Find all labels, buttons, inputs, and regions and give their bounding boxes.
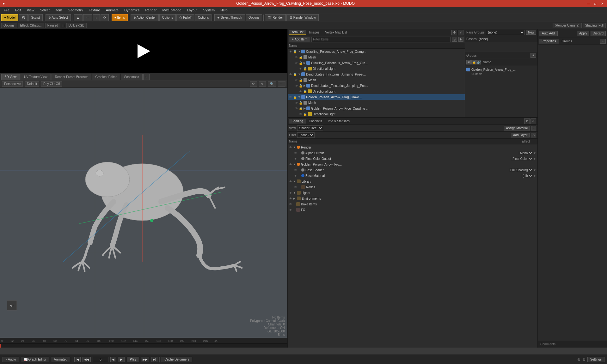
settings-button[interactable]: Settings: [587, 357, 604, 362]
forward-button[interactable]: ▶▶: [141, 357, 149, 362]
add-item-button[interactable]: + Add Item: [289, 37, 310, 42]
basematerial-effect-select[interactable]: (all): [521, 174, 533, 178]
vp-default-button[interactable]: Default: [25, 81, 39, 87]
paused-label[interactable]: Paused: [45, 23, 60, 28]
audio-button[interactable]: ♪ Audio: [3, 357, 19, 362]
tab-properties[interactable]: Properties: [539, 39, 559, 44]
groups-eye-icon[interactable]: 👁: [466, 60, 471, 64]
vp-icon3[interactable]: 🔍: [268, 81, 276, 87]
sh-row-library[interactable]: 👁 ▼ Library: [288, 179, 537, 184]
close-button[interactable]: ✕: [600, 1, 604, 6]
transform4-button[interactable]: ⟳: [101, 14, 109, 21]
list-item[interactable]: 👁 🔒 Directional Light: [288, 111, 465, 117]
play-button[interactable]: [136, 43, 152, 59]
transform2-button[interactable]: ↔: [83, 14, 92, 21]
menu-geometry[interactable]: Geometry: [65, 8, 85, 13]
list-item[interactable]: 👁 🔒 Mesh: [288, 100, 465, 106]
apply-button[interactable]: Apply: [577, 31, 589, 36]
groups-lock-icon[interactable]: 🔒: [471, 60, 476, 64]
sh-f-button2[interactable]: F: [531, 126, 536, 130]
vp-perspective-button[interactable]: Perspective: [2, 81, 23, 87]
frame-input[interactable]: [93, 357, 108, 362]
sh-row-basematerial[interactable]: 👁 Base Material (all) ▼: [288, 173, 537, 179]
play-forward-button[interactable]: ▶: [118, 357, 125, 362]
sh-row-golden[interactable]: 👁 ▼ Golden_Poison_Arrow_Fro...: [288, 161, 537, 167]
pt-button[interactable]: Pt: [19, 14, 28, 21]
options2-button[interactable]: Options: [195, 14, 212, 21]
menu-system[interactable]: System: [200, 8, 217, 13]
list-item[interactable]: 👁 🔒 Mesh: [288, 54, 465, 60]
effect-label[interactable]: Effect: (Shadi...: [18, 23, 44, 28]
list-item[interactable]: 👁 🔒 Mesh: [288, 77, 465, 83]
comments-input[interactable]: [540, 343, 604, 346]
sh-row-environments[interactable]: 👁 ▶ Environments: [288, 196, 537, 201]
vp-icon2[interactable]: ↺: [259, 81, 266, 87]
menu-dynamics[interactable]: Dynamics: [122, 8, 142, 13]
list-item[interactable]: 👁 🔒 ▼ Crawling_Poisonous_Arrow_Frog_Oran…: [288, 49, 465, 54]
menu-help[interactable]: Help: [218, 8, 230, 13]
list-item[interactable]: 👁 🔒 ▶ Golden_Poison_Arrow_Frog_Crawling …: [288, 106, 465, 111]
menu-view[interactable]: View: [24, 8, 37, 13]
finalcolor-effect-select[interactable]: Final Color: [511, 157, 533, 161]
play-back-button[interactable]: ◀: [110, 357, 116, 362]
menu-texture[interactable]: Texture: [86, 8, 103, 13]
add-group-button[interactable]: +: [530, 53, 536, 58]
tab-shading[interactable]: Shading: [289, 119, 306, 124]
tab-renderpreset[interactable]: Render Preset Browser: [52, 74, 91, 80]
menu-edit[interactable]: Edit: [13, 8, 24, 13]
sh-row-baseshader[interactable]: 👁 Base Shader Full Shading ▼: [288, 167, 537, 173]
tab-gradient[interactable]: Gradient Editor: [92, 74, 120, 80]
sh-row-render[interactable]: 👁 ▼ Render: [288, 144, 537, 150]
maximize-button[interactable]: □: [593, 1, 598, 6]
render-button[interactable]: 🎬 Render: [265, 14, 286, 21]
menu-maxtomodo[interactable]: MaxToModo: [160, 8, 184, 13]
timeline-track[interactable]: [0, 344, 287, 348]
menu-file[interactable]: File: [1, 8, 12, 13]
menu-item[interactable]: Item: [53, 8, 64, 13]
il-settings-icon[interactable]: ⚙: [451, 30, 457, 35]
groups-link-icon[interactable]: 🔗: [476, 60, 481, 64]
items-button[interactable]: ● Items: [112, 14, 128, 21]
tab-images[interactable]: Images: [307, 30, 322, 35]
tab-channels[interactable]: Channels: [306, 119, 325, 124]
model-mode-button[interactable]: ● Model: [1, 14, 18, 21]
menu-select[interactable]: Select: [37, 8, 52, 13]
minimize-button[interactable]: —: [586, 1, 591, 6]
tab-vertex-map-list[interactable]: Vertex Map List: [323, 30, 350, 35]
group-row[interactable]: Golden_Poison_Arrow_Frog_...: [466, 67, 536, 72]
animated-button[interactable]: Animated: [51, 357, 70, 362]
tab-groups[interactable]: Groups: [559, 39, 575, 44]
menu-render[interactable]: Render: [143, 8, 159, 13]
sh-row-nodes[interactable]: 👁 Nodes: [288, 184, 537, 190]
pass-groups-select[interactable]: (none): [486, 30, 525, 35]
sh-row-bakeitems[interactable]: 👁 Bake Items: [288, 201, 537, 207]
il-expand-icon[interactable]: ⤢: [458, 30, 463, 35]
vp-icon4[interactable]: ⋯: [278, 81, 285, 87]
list-item[interactable]: 👁 🔒 Directional Light: [288, 66, 465, 71]
graph-editor-button[interactable]: 📈 Graph Editor: [21, 357, 49, 362]
transform3-button[interactable]: ↕: [93, 14, 100, 21]
next-frame-button[interactable]: ▶|: [151, 357, 158, 362]
vp-raygl-button[interactable]: Ray GL: Off: [41, 81, 62, 87]
list-item[interactable]: 👁 🔒 ▶ Dendrobates_Tinctorius_Jumping_Pos…: [288, 83, 465, 88]
menu-layout[interactable]: Layout: [184, 8, 200, 13]
sh-row-fx[interactable]: 👁 FX: [288, 207, 537, 213]
sculpt-button[interactable]: Sculpt: [28, 14, 43, 21]
shader-tree-select[interactable]: Shader Tree: [297, 125, 323, 131]
prop-add-button[interactable]: +: [600, 39, 606, 44]
filter-items-input[interactable]: [311, 37, 451, 42]
render-window-button[interactable]: 🖥 Render Window: [286, 14, 319, 21]
options1-button[interactable]: Options: [159, 14, 176, 21]
list-item[interactable]: 👁 🔒 ▼ Golden_Poison_Arrow_Frog_Crawl...: [288, 94, 465, 100]
filter-select[interactable]: (none): [297, 132, 315, 138]
options-label[interactable]: Options: [1, 23, 16, 28]
list-item[interactable]: 👁 🔒 ▼ Dendrobates_Tinctorius_Jumping_Pos…: [288, 71, 465, 77]
sh-settings-icon[interactable]: ⚙: [524, 118, 530, 124]
transport-icon2[interactable]: ⊗: [582, 357, 586, 362]
sh-s-button2[interactable]: S: [531, 133, 536, 137]
select-through-button[interactable]: ◈ Select Through: [214, 14, 245, 21]
vp-icon1[interactable]: ⚙: [250, 81, 257, 87]
il-s-button[interactable]: S: [452, 37, 457, 42]
sh-row-alpha[interactable]: 👁 Alpha Output Alpha ▼: [288, 150, 537, 156]
sh-row-lights[interactable]: 👁 ▼ Lights: [288, 190, 537, 196]
